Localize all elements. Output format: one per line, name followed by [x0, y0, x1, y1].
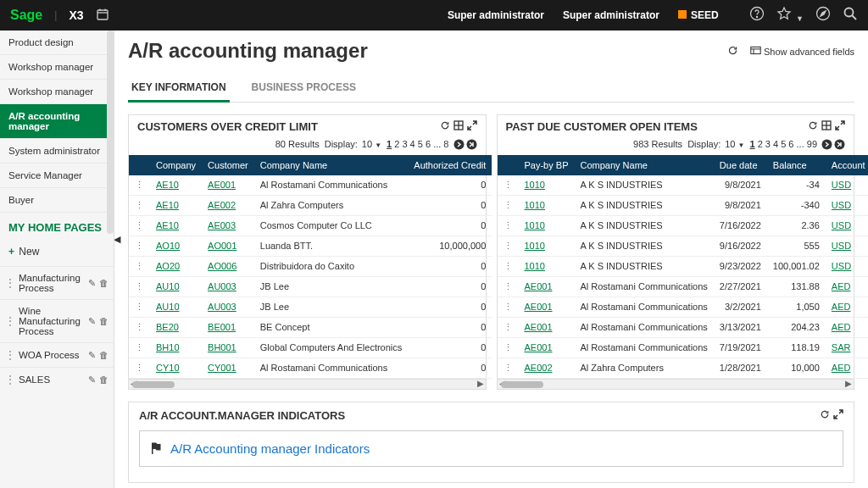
sidebar-page-item[interactable]: ⋮Wine Manufacturing Process✎🗑 — [0, 299, 114, 342]
currency-link[interactable]: USD — [832, 200, 851, 210]
customer-link[interactable]: AO001 — [208, 241, 236, 251]
row-menu-icon[interactable]: ⋮ — [498, 175, 519, 196]
company-link[interactable]: AO10 — [156, 241, 180, 251]
currency-link[interactable]: AED — [832, 363, 851, 373]
bp-link[interactable]: AE001 — [525, 302, 553, 312]
panel1-refresh-icon[interactable] — [440, 120, 450, 133]
refresh-icon[interactable] — [727, 45, 738, 58]
row-menu-icon[interactable]: ⋮ — [129, 256, 150, 276]
panel1-grid-icon[interactable] — [453, 120, 464, 133]
sidebar-item[interactable]: Buyer — [0, 188, 114, 213]
row-menu-icon[interactable]: ⋮ — [129, 175, 150, 196]
column-header[interactable]: Account — [826, 155, 868, 175]
user-label-1[interactable]: Super administrator — [448, 9, 544, 21]
indicators-expand-icon[interactable] — [833, 409, 843, 422]
row-menu-icon[interactable]: ⋮ — [498, 358, 519, 378]
currency-link[interactable]: USD — [832, 180, 851, 190]
customer-link[interactable]: AE001 — [208, 180, 236, 190]
row-menu-icon[interactable]: ⋮ — [498, 236, 519, 256]
row-menu-icon[interactable]: ⋮ — [129, 358, 150, 378]
company-link[interactable]: AO20 — [156, 261, 180, 271]
customer-link[interactable]: BH001 — [208, 342, 236, 352]
panel1-last-icon[interactable] — [466, 138, 477, 150]
currency-link[interactable]: SAR — [832, 342, 851, 352]
panel2-page-numbers[interactable]: 1 2 3 4 5 6 ... 99 — [749, 139, 817, 149]
panel1-page-numbers[interactable]: 1 2 3 4 5 6 ... 8 — [387, 139, 448, 149]
currency-link[interactable]: USD — [832, 261, 851, 271]
sidebar-item[interactable]: Service Manager — [0, 164, 114, 188]
sidebar-item[interactable]: Workshop manager — [0, 80, 114, 104]
favorite-icon[interactable]: ▼ — [776, 6, 804, 25]
row-menu-icon[interactable]: ⋮ — [498, 195, 519, 215]
company-link[interactable]: BH10 — [156, 342, 180, 352]
column-header[interactable]: Pay-by BP — [519, 155, 575, 175]
help-icon[interactable] — [749, 6, 765, 25]
row-menu-icon[interactable]: ⋮ — [129, 297, 150, 317]
sidebar-page-item[interactable]: ⋮Manufacturing Process✎🗑 — [0, 266, 114, 299]
company-link[interactable]: AE10 — [156, 180, 179, 190]
company-link[interactable]: BE20 — [156, 322, 179, 332]
panel2-refresh-icon[interactable] — [808, 120, 818, 133]
customer-link[interactable]: CY001 — [208, 363, 236, 373]
bp-link[interactable]: AE001 — [525, 281, 553, 291]
drag-icon[interactable]: ⋮ — [5, 277, 15, 289]
currency-link[interactable]: USD — [832, 220, 851, 230]
bp-link[interactable]: AE001 — [525, 342, 553, 352]
delete-icon[interactable]: 🗑 — [99, 350, 108, 360]
customer-link[interactable]: AU003 — [208, 302, 236, 312]
environment-badge[interactable]: SEED — [678, 9, 719, 21]
panel2-last-icon[interactable] — [834, 138, 845, 150]
currency-link[interactable]: AED — [832, 302, 851, 312]
currency-link[interactable]: AED — [832, 281, 851, 291]
sidebar-item[interactable]: A/R accounting manager — [0, 104, 114, 139]
row-menu-icon[interactable]: ⋮ — [498, 297, 519, 317]
row-menu-icon[interactable]: ⋮ — [129, 195, 150, 215]
panel2-display-value[interactable]: 10 ▼ — [725, 139, 744, 149]
user-label-2[interactable]: Super administrator — [563, 9, 659, 21]
new-page-button[interactable]: + New — [0, 242, 114, 266]
panel1-next-icon[interactable] — [453, 138, 465, 150]
sidebar-scrollbar[interactable] — [107, 30, 114, 234]
row-menu-icon[interactable]: ⋮ — [498, 276, 519, 297]
row-menu-icon[interactable]: ⋮ — [498, 256, 519, 276]
bp-link[interactable]: 1010 — [525, 220, 545, 230]
row-menu-icon[interactable]: ⋮ — [129, 317, 150, 337]
drag-icon[interactable]: ⋮ — [5, 315, 15, 327]
customer-link[interactable]: AE003 — [208, 220, 236, 230]
bp-link[interactable]: AE002 — [525, 363, 553, 373]
panel2-horizontal-scrollbar[interactable]: ◀▶ — [498, 379, 854, 389]
column-header[interactable]: Company — [150, 155, 202, 175]
column-header[interactable]: Company Name — [574, 155, 713, 175]
row-menu-icon[interactable]: ⋮ — [129, 215, 150, 236]
indicators-box-title[interactable]: A/R Accounting manager Indicators — [150, 441, 832, 456]
row-menu-icon[interactable]: ⋮ — [129, 337, 150, 358]
collapse-sidebar-icon[interactable]: ◀ — [114, 234, 120, 245]
bp-link[interactable]: AE001 — [525, 322, 553, 332]
customer-link[interactable]: AE002 — [208, 200, 236, 210]
delete-icon[interactable]: 🗑 — [99, 316, 108, 326]
panel2-grid-icon[interactable] — [821, 120, 832, 133]
panel2-expand-icon[interactable] — [835, 120, 845, 133]
currency-link[interactable]: AED — [832, 322, 851, 332]
panel1-display-value[interactable]: 10 ▼ — [362, 139, 381, 149]
show-advanced-fields[interactable]: Show advanced fields — [750, 46, 854, 57]
bp-link[interactable]: 1010 — [525, 241, 545, 251]
edit-icon[interactable]: ✎ — [88, 350, 96, 361]
bp-link[interactable]: 1010 — [525, 200, 545, 210]
row-menu-icon[interactable]: ⋮ — [498, 317, 519, 337]
column-header[interactable]: Company Name — [254, 155, 409, 175]
company-link[interactable]: AU10 — [156, 302, 180, 312]
row-menu-icon[interactable]: ⋮ — [129, 236, 150, 256]
company-link[interactable]: AE10 — [156, 200, 179, 210]
row-menu-icon[interactable]: ⋮ — [498, 337, 519, 358]
drag-icon[interactable]: ⋮ — [5, 374, 15, 385]
sidebar-item[interactable]: Workshop manager — [0, 55, 114, 80]
panel2-next-icon[interactable] — [821, 138, 832, 150]
company-link[interactable]: AE10 — [156, 220, 179, 230]
column-header[interactable]: Due date — [714, 155, 767, 175]
bp-link[interactable]: 1010 — [525, 261, 545, 271]
tab-key-information[interactable]: KEY INFORMATION — [128, 75, 230, 103]
sidebar-item[interactable]: System administrator — [0, 139, 114, 164]
edit-icon[interactable]: ✎ — [88, 278, 96, 289]
panel1-horizontal-scrollbar[interactable]: ◀▶ — [129, 379, 486, 389]
